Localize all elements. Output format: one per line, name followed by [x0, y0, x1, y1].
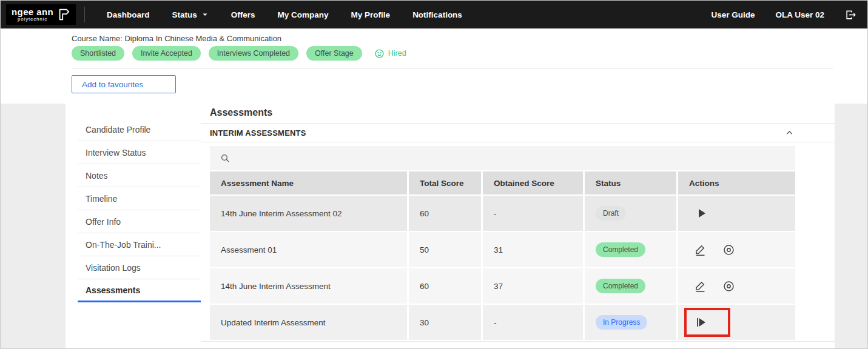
obtained-score: 37: [483, 268, 585, 304]
table-row: Updated Interim Assessment 30 - In Progr…: [210, 305, 795, 340]
eye-icon: [722, 244, 735, 256]
logo-line1: ngee ann: [12, 7, 53, 16]
search-input[interactable]: [236, 154, 479, 163]
stage-badge-interviews-completed: Interviews Completed: [209, 46, 298, 61]
sidebar-item-visitation-logs[interactable]: Visitation Logs: [78, 256, 201, 279]
actions-cell: [678, 305, 795, 340]
view-assessment-button[interactable]: [722, 280, 735, 293]
assessments-main: Assessments INTERIM ASSESSMENTS: [201, 104, 835, 348]
smiley-face-icon: [374, 48, 385, 59]
logo-text: ngee ann polytechnic: [12, 7, 53, 22]
interim-assessments-header: INTERIM ASSESSMENTS: [210, 124, 795, 142]
edit-pencil-icon: [694, 244, 707, 256]
sidebar-item-notes[interactable]: Notes: [78, 164, 201, 187]
sidebar-item-assessments[interactable]: Assessments: [78, 279, 201, 302]
table-row: 14th June Interim Assessment 02 60 - Dra…: [210, 196, 795, 231]
total-score: 60: [409, 196, 483, 231]
content-area: Candidate Profile Interview Status Notes…: [1, 104, 867, 348]
add-to-favourites-button[interactable]: Add to favourites: [72, 75, 176, 93]
edit-assessment-button[interactable]: [694, 280, 707, 293]
table-search-bar[interactable]: [210, 146, 795, 170]
sidebar-item-interview-status[interactable]: Interview Status: [78, 141, 201, 164]
status-badge: Completed: [596, 242, 645, 257]
sidebar: Candidate Profile Interview Status Notes…: [66, 104, 201, 348]
actions-cell: [678, 196, 795, 231]
column-header-actions: Actions: [678, 171, 795, 194]
stage-badge-invite-accepted: Invite Accepted: [132, 46, 201, 61]
hired-status: Hired: [374, 48, 406, 59]
nav-right-group: User Guide OLA User 02: [711, 9, 856, 21]
collapse-section-button[interactable]: [784, 127, 795, 139]
stage-badges-row: Shortlisted Invite Accepted Interviews C…: [72, 46, 406, 61]
column-header-status: Status: [585, 171, 678, 194]
np-logo-mark-icon: [57, 8, 70, 21]
sidebar-item-offer-info[interactable]: Offer Info: [78, 210, 201, 233]
nav-offers[interactable]: Offers: [231, 10, 255, 19]
nav-dashboard[interactable]: Dashboard: [107, 10, 150, 19]
sidebar-item-candidate-profile[interactable]: Candidate Profile: [78, 118, 201, 141]
section-title: INTERIM ASSESSMENTS: [210, 128, 306, 138]
assessment-name: Updated Interim Assessment: [210, 305, 409, 340]
content-panel: Candidate Profile Interview Status Notes…: [66, 104, 835, 348]
table-header-row: Assessment Name Total Score Obtained Sco…: [210, 171, 795, 194]
status-cell: Completed: [585, 268, 678, 304]
status-badge: In Progress: [596, 315, 647, 330]
logo-line2: polytechnic: [12, 17, 53, 22]
play-icon: [694, 206, 708, 221]
total-score: 30: [409, 305, 483, 340]
total-score: 60: [409, 268, 483, 304]
candidate-header: Course Name: Diploma In Chinese Media & …: [1, 28, 867, 104]
course-name-label: Course Name: Diploma In Chinese Media & …: [72, 34, 281, 43]
obtained-score: 31: [483, 232, 585, 267]
sidebar-item-timeline[interactable]: Timeline: [78, 187, 201, 210]
caret-down-icon: [201, 11, 209, 18]
nav-my-profile[interactable]: My Profile: [351, 10, 391, 19]
resume-assessment-button[interactable]: [693, 315, 708, 330]
nav-divider: [84, 7, 85, 22]
table-bottom-divider: [201, 341, 835, 342]
nav-status[interactable]: Status: [172, 10, 209, 19]
logout-icon[interactable]: [845, 9, 856, 21]
edit-assessment-button[interactable]: [694, 244, 707, 256]
total-score: 50: [409, 232, 483, 267]
red-highlight-annotation: [684, 308, 730, 337]
username-menu[interactable]: OLA User 02: [775, 10, 824, 19]
column-header-total-score: Total Score: [409, 171, 483, 194]
section-divider: [201, 142, 835, 142]
resume-play-icon: [693, 315, 708, 330]
header-divider: [72, 68, 833, 69]
nav-notifications[interactable]: Notifications: [412, 10, 462, 19]
table-row: 14th June Interim Assessment 60 37 Compl…: [210, 268, 795, 304]
column-header-assessment-name: Assessment Name: [210, 171, 409, 194]
column-header-obtained-score: Obtained Score: [483, 171, 585, 194]
ngee-ann-logo[interactable]: ngee ann polytechnic: [6, 4, 76, 25]
start-assessment-button[interactable]: [694, 206, 708, 221]
table-row: Assessment 01 50 31 Completed: [210, 232, 795, 267]
actions-cell: [678, 268, 795, 304]
assessment-name: 14th June Interim Assessment: [210, 268, 409, 304]
app-window: ngee ann polytechnic Dashboard Status O: [0, 0, 868, 349]
view-assessment-button[interactable]: [722, 244, 735, 256]
edit-pencil-icon: [694, 280, 707, 293]
chevron-up-icon: [785, 128, 794, 138]
stage-badge-shortlisted: Shortlisted: [72, 46, 124, 61]
hired-label: Hired: [388, 49, 406, 58]
status-cell: In Progress: [585, 305, 678, 340]
assessment-name: Assessment 01: [210, 232, 409, 267]
actions-cell: [678, 232, 795, 267]
eye-icon: [722, 280, 735, 293]
status-cell: Completed: [585, 232, 678, 267]
assessment-name: 14th June Interim Assessment 02: [210, 196, 409, 231]
stage-badge-offer-stage: Offer Stage: [306, 46, 362, 61]
obtained-score: -: [483, 305, 585, 340]
nav-menu: Dashboard Status Offers My Company My Pr…: [107, 10, 462, 19]
sidebar-item-on-the-job-training[interactable]: On-The-Job Traini...: [78, 233, 201, 256]
page-title: Assessments: [210, 107, 835, 118]
status-badge: Completed: [596, 279, 645, 293]
obtained-score: -: [483, 196, 585, 231]
top-navbar: ngee ann polytechnic Dashboard Status O: [1, 1, 867, 28]
nav-my-company[interactable]: My Company: [278, 10, 329, 19]
user-guide-link[interactable]: User Guide: [711, 10, 755, 19]
status-cell: Draft: [585, 196, 678, 231]
search-icon: [220, 153, 230, 163]
